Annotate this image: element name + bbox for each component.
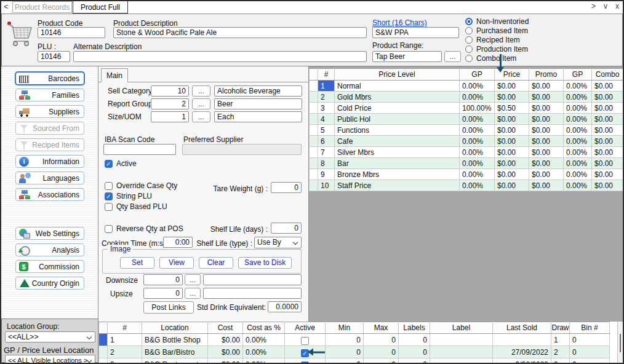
category-value-field[interactable]: 2	[151, 98, 189, 109]
max-cell[interactable]: 0	[364, 358, 399, 363]
cost-cell[interactable]: $0.00	[208, 358, 243, 363]
price-level-name-cell[interactable]: Staff Price	[335, 180, 460, 191]
promo-cell[interactable]: $0.00	[529, 103, 564, 114]
col-gp2[interactable]: GP	[564, 69, 592, 81]
combo-cell[interactable]: $0.00	[592, 125, 623, 136]
category-description-field[interactable]: Each	[214, 111, 302, 122]
price-level-row[interactable]: 6 Cafe 0.00% $0.00 $0.00 0.00% $0.00	[310, 136, 623, 147]
col-labels[interactable]: Labels	[399, 322, 430, 334]
price-row-number[interactable]: 3	[318, 103, 335, 114]
col-gp[interactable]: GP	[460, 69, 495, 81]
col-min[interactable]: Min	[326, 322, 364, 334]
image-action-button[interactable]: View	[159, 257, 194, 269]
scrollbar-thumb[interactable]	[620, 334, 621, 352]
gp2-cell[interactable]: 0.00%	[564, 103, 592, 114]
category-description-field[interactable]: Alcoholic Beverage	[214, 85, 302, 97]
row-indicator[interactable]	[99, 358, 108, 363]
gp2-cell[interactable]: 0.00%	[564, 92, 592, 103]
std-drink-field[interactable]: 0.0000	[268, 301, 302, 312]
price-level-name-cell[interactable]: Functions	[335, 125, 460, 136]
last-sold-cell[interactable]: 27/09/2022	[493, 346, 551, 358]
price-row-number[interactable]: 8	[318, 158, 335, 169]
gp2-cell[interactable]: 0.00%	[564, 158, 592, 169]
alternate-description-field[interactable]	[73, 51, 367, 62]
draw-cell[interactable]: 1	[551, 334, 570, 346]
labels-cell[interactable]: 0	[399, 346, 430, 358]
col-num[interactable]: #	[318, 69, 335, 81]
price-cell[interactable]: $0.50	[495, 103, 529, 114]
price-level-name-cell[interactable]: Public Hol	[335, 114, 460, 125]
price-level-row[interactable]: 1 Normal 0.00% $0.00 $0.00 0.00% $0.00	[310, 81, 623, 92]
gp2-cell[interactable]: 0.00%	[564, 180, 592, 191]
combo-cell[interactable]: $0.00	[592, 81, 623, 92]
image-action-button[interactable]: Set	[120, 257, 154, 269]
gp-cell[interactable]: 0.00%	[460, 114, 495, 125]
promo-cell[interactable]: $0.00	[529, 180, 564, 191]
location-row[interactable]: 2 B&G Bar/Bistro $0.00 0.00% 0 0 0 27/09…	[99, 346, 610, 358]
draw-cell[interactable]: 2	[551, 346, 570, 358]
sidebar-button[interactable]: Reciped Items	[15, 138, 84, 151]
post-links-button[interactable]: Post Links	[143, 301, 194, 314]
price-cell[interactable]: $0.00	[495, 114, 529, 125]
last-sold-cell[interactable]: 9/06/2022	[493, 358, 551, 363]
cost-cell[interactable]: $0.00	[208, 346, 243, 358]
price-level-name-cell[interactable]: Bar	[335, 158, 460, 169]
cost-cell[interactable]: $0.00	[208, 334, 243, 346]
active-checkbox[interactable]	[301, 362, 309, 363]
sidebar-button[interactable]: Web Settings	[15, 227, 84, 240]
gp-cell[interactable]: 0.00%	[460, 180, 495, 191]
plu-field[interactable]: 10146	[38, 51, 70, 62]
price-row-number[interactable]: 9	[318, 169, 335, 180]
sidebar-button[interactable]: Associations	[15, 188, 84, 201]
location-row-number[interactable]: 2	[108, 346, 142, 358]
price-cell[interactable]: $0.00	[495, 125, 529, 136]
promo-cell[interactable]: $0.00	[529, 158, 564, 169]
row-indicator[interactable]	[310, 125, 318, 136]
sidebar-button[interactable]: Sourced From	[15, 122, 84, 135]
category-value-field[interactable]: 1	[151, 111, 189, 122]
row-indicator[interactable]	[310, 114, 318, 125]
gp-price-level-select[interactable]: << ALL Visible Locations >	[5, 355, 95, 364]
labels-cell[interactable]: 0	[399, 334, 430, 346]
override-case-qty-row[interactable]: Override Case Qty	[105, 181, 177, 190]
price-row-number[interactable]: 10	[318, 180, 335, 191]
price-row-number[interactable]: 4	[318, 114, 335, 125]
iba-scan-code-field[interactable]	[103, 144, 176, 155]
price-row-number[interactable]: 2	[318, 92, 335, 103]
bin-cell[interactable]: 0	[570, 346, 610, 358]
gp2-cell[interactable]: 0.00%	[564, 136, 592, 147]
price-row-number[interactable]: 1	[318, 81, 335, 92]
cost-as-pct-cell[interactable]: 0.00%	[243, 334, 285, 346]
price-level-name-cell[interactable]: Cafe	[335, 136, 460, 147]
active-checkbox[interactable]	[301, 337, 309, 345]
active-cell[interactable]	[285, 346, 326, 358]
price-level-row[interactable]: 10 Staff Price 0.00% $0.00 $0.00 0.00% $…	[310, 180, 623, 191]
price-cell[interactable]: $0.00	[495, 180, 529, 191]
row-indicator[interactable]	[310, 180, 318, 191]
row-indicator[interactable]	[310, 136, 318, 147]
last-sold-cell[interactable]	[493, 334, 551, 346]
min-cell[interactable]: 0	[326, 346, 364, 358]
min-cell[interactable]: 0	[326, 358, 364, 363]
cost-as-pct-cell[interactable]: 0.00%	[243, 358, 285, 363]
combo-cell[interactable]: $0.00	[592, 169, 623, 180]
row-indicator[interactable]	[310, 147, 318, 158]
sidebar-button[interactable]: Country Origin	[15, 277, 84, 290]
gp-cell[interactable]: 0.00%	[460, 92, 495, 103]
qty-based-plu-row[interactable]: Qty Based PLU	[105, 202, 167, 211]
label-cell[interactable]	[430, 334, 493, 346]
downsize-description-field[interactable]	[203, 274, 302, 285]
price-level-row[interactable]: 4 Public Hol 0.00% $0.00 $0.00 0.00% $0.…	[310, 114, 623, 125]
item-type-radio[interactable]: Combo Item	[465, 54, 529, 62]
promo-cell[interactable]: $0.00	[529, 81, 564, 92]
price-level-row[interactable]: 2 Gold Mbrs 0.00% $0.00 $0.00 0.00% $0.0…	[310, 92, 623, 103]
row-indicator[interactable]	[99, 334, 108, 346]
combo-cell[interactable]: $0.00	[592, 158, 623, 169]
price-level-name-cell[interactable]: Cold Price	[335, 103, 460, 114]
gp-cell[interactable]: 0.00%	[460, 147, 495, 158]
promo-cell[interactable]: $0.00	[529, 147, 564, 158]
col-num[interactable]: #	[108, 322, 142, 334]
product-description-field[interactable]: Stone & Wood Pacific Pale Ale	[113, 27, 367, 38]
downsize-value-field[interactable]: 0	[143, 274, 183, 285]
combo-cell[interactable]: $0.00	[592, 147, 623, 158]
